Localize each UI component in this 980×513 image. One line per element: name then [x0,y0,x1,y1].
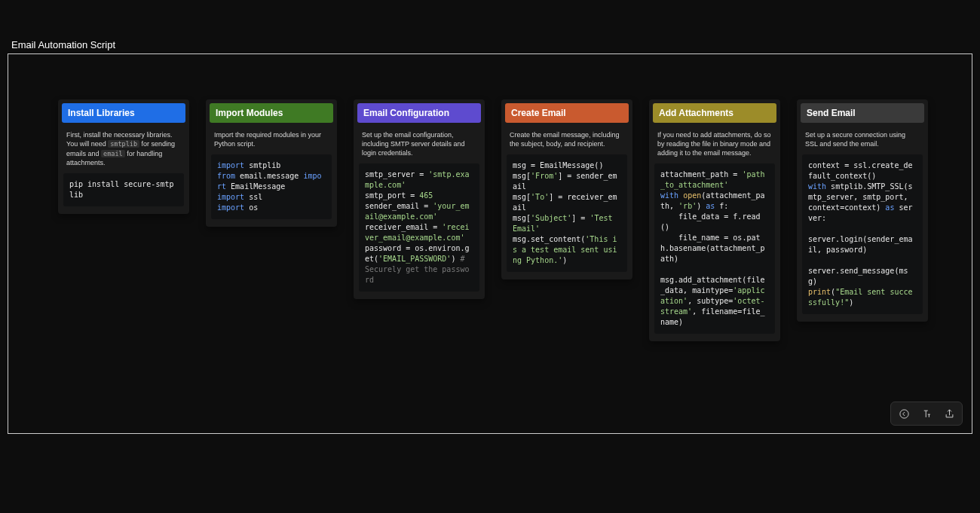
share-button[interactable] [941,405,957,422]
code-block[interactable]: attachment_path = 'path_to_attachment' w… [654,163,775,334]
card-4: Add AttachmentsIf you need to add attach… [649,99,780,341]
card-header: Add Attachments [653,103,776,123]
card-2: Email ConfigurationSet up the email conf… [354,99,485,299]
cards-row: Install LibrariesFirst, install the nece… [8,99,972,341]
code-block[interactable]: msg = EmailMessage() msg['From'] = sende… [507,154,627,272]
card-1: Import ModulesImport the required module… [206,99,337,227]
card-header: Create Email [505,103,629,123]
inline-code: email [101,150,125,157]
card-desc: Set up the email configuration, includin… [357,130,481,163]
card-desc: Create the email message, including the … [505,130,629,154]
svg-point-0 [899,409,908,417]
code-block[interactable]: import smtplib from email.message import… [211,154,332,219]
card-header: Email Configuration [357,103,481,123]
card-3: Create EmailCreate the email message, in… [501,99,632,279]
card-desc: Set up a secure connection using SSL and… [801,130,924,154]
back-button[interactable] [896,405,912,422]
card-0: Install LibrariesFirst, install the nece… [58,99,189,214]
inline-code: smtplib [108,140,139,148]
bottom-toolbar [890,402,963,426]
card-desc: Import the required modules in your Pyth… [210,130,333,154]
format-button[interactable] [918,405,935,422]
card-header: Send Email [801,103,924,123]
code-block[interactable]: smtp_server = 'smtp.example.com' smtp_po… [359,163,479,292]
card-5: Send EmailSet up a secure connection usi… [797,99,928,322]
code-block[interactable]: pip install secure-smtplib [63,173,184,206]
code-block[interactable]: context = ssl.create_default_context() w… [802,154,923,314]
card-desc: If you need to add attachments, do so by… [653,130,776,163]
card-header: Import Modules [210,103,333,123]
canvas-frame: Install LibrariesFirst, install the nece… [8,53,972,434]
page-title: Email Automation Script [0,39,980,53]
card-desc: First, install the necessary libraries. … [62,130,185,173]
card-header: Install Libraries [62,103,185,123]
